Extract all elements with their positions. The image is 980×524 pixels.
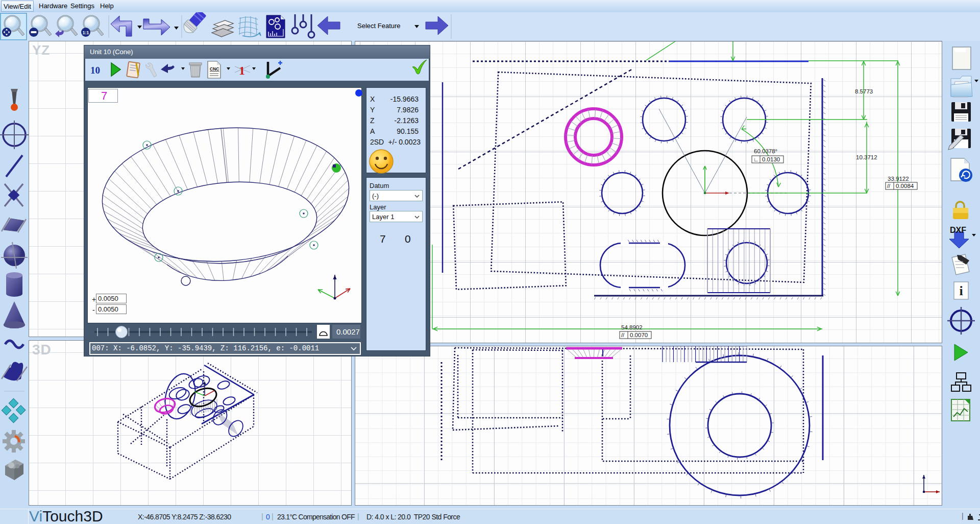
svg-text:33.9122: 33.9122 — [888, 176, 909, 182]
svg-text:CNC: CNC — [210, 66, 219, 72]
svg-text:10.3712: 10.3712 — [856, 154, 877, 160]
svg-text:54.8902: 54.8902 — [621, 324, 643, 330]
svg-text:0.0027: 0.0027 — [336, 327, 360, 336]
svg-text://: // — [621, 332, 625, 338]
svg-text:∟: ∟ — [753, 156, 759, 162]
svg-text:10: 10 — [90, 65, 100, 76]
svg-text:60.0378°: 60.0378° — [754, 148, 777, 154]
svg-text:DXF: DXF — [950, 226, 966, 234]
svg-text://: // — [887, 183, 891, 189]
svg-text:1:1: 1:1 — [83, 30, 89, 35]
svg-text:i: i — [959, 283, 963, 298]
svg-text:Select Feature: Select Feature — [357, 22, 401, 30]
svg-text:0.0130: 0.0130 — [762, 156, 780, 162]
svg-text:0.0084: 0.0084 — [896, 183, 914, 189]
svg-text:0.0070: 0.0070 — [630, 332, 648, 338]
svg-text:8.5773: 8.5773 — [855, 88, 873, 94]
svg-text:1: 1 — [239, 64, 245, 77]
